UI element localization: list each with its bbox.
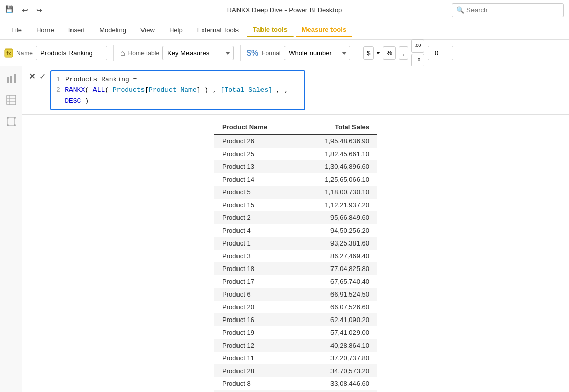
menu-item-insert[interactable]: Insert xyxy=(62,23,91,37)
formula-field: Product Name xyxy=(149,86,197,94)
cell-product-name: Product 4 xyxy=(214,224,296,237)
formula-measure-ref: [Total Sales] xyxy=(221,86,272,94)
dollar-button[interactable]: $ xyxy=(363,46,374,60)
cell-total-sales: 1,82,45,661.10 xyxy=(296,148,377,160)
cell-total-sales: 33,08,446.60 xyxy=(296,377,377,390)
col-product-name: Product Name xyxy=(214,120,296,134)
search-input[interactable] xyxy=(466,6,559,14)
cell-total-sales: 1,30,46,896.60 xyxy=(296,160,377,173)
decimal-places-input[interactable] xyxy=(428,46,453,60)
cell-product-name: Product 14 xyxy=(214,173,296,186)
cell-product-name: Product 18 xyxy=(214,262,296,275)
cell-total-sales: 86,27,469.40 xyxy=(296,250,377,262)
home-table-select[interactable]: Key Measures Products Sales xyxy=(162,46,234,60)
table-body: Product 26 1,95,48,636.90 Product 25 1,8… xyxy=(214,134,377,392)
format-icon: $% xyxy=(247,48,258,58)
redo-button[interactable]: ↪ xyxy=(34,5,45,16)
cell-product-name: Product 8 xyxy=(214,377,296,390)
measure-icon-group: fx xyxy=(4,48,13,58)
format-group: $% Format Whole number Decimal number Cu… xyxy=(247,46,350,60)
menu-item-modeling[interactable]: Modeling xyxy=(93,23,132,37)
cell-total-sales: 1,25,65,066.10 xyxy=(296,173,377,186)
app-title: RANKX Deep Dive - Power BI Desktop xyxy=(227,6,342,14)
svg-rect-2 xyxy=(7,77,9,83)
decrease-decimal-button[interactable]: -.0 xyxy=(411,54,425,67)
table-row: Product 6 66,91,524.50 xyxy=(214,288,377,301)
name-group: fx Name xyxy=(4,46,107,60)
percent-button[interactable]: % xyxy=(383,46,396,60)
menu-item-view[interactable]: View xyxy=(134,23,161,37)
cell-product-name: Product 26 xyxy=(214,134,296,148)
svg-text:fx: fx xyxy=(7,51,11,56)
formula-confirm-button[interactable]: ✓ xyxy=(39,71,46,81)
menu-item-help[interactable]: Help xyxy=(163,23,189,37)
save-icon[interactable]: 💾 xyxy=(5,5,15,15)
cell-product-name: Product 17 xyxy=(214,275,296,288)
cell-total-sales: 95,66,849.60 xyxy=(296,211,377,224)
cell-total-sales: 77,04,825.80 xyxy=(296,262,377,275)
svg-rect-5 xyxy=(7,95,16,105)
main-layout: ✕ ✓ 1 Products Ranking = 2 RANKX( ALL( P… xyxy=(0,66,569,392)
divider-3 xyxy=(357,45,357,61)
cell-product-name: Product 2 xyxy=(214,211,296,224)
table-icon xyxy=(6,94,17,106)
report-icon xyxy=(6,73,17,84)
cell-total-sales: 1,12,21,937.20 xyxy=(296,199,377,211)
table-row: Product 28 34,70,573.20 xyxy=(214,364,377,377)
sidebar-item-table[interactable] xyxy=(4,93,18,107)
currency-group: $ ▾ % , .00 -.0 xyxy=(363,39,453,67)
divider-2 xyxy=(240,45,241,61)
cell-product-name: Product 20 xyxy=(214,301,296,313)
header-row: Product Name Total Sales xyxy=(214,120,377,134)
cell-product-name: Product 19 xyxy=(214,326,296,339)
table-row: Product 21 32,07,812.60 xyxy=(214,390,377,392)
undo-button[interactable]: ↩ xyxy=(19,5,31,16)
menu-item-measure-tools[interactable]: Measure tools xyxy=(296,22,352,37)
formula-cancel-button[interactable]: ✕ xyxy=(29,71,35,81)
search-box[interactable]: 🔍 xyxy=(452,3,564,17)
table-row: Product 14 1,25,65,066.10 xyxy=(214,173,377,186)
comma-button[interactable]: , xyxy=(399,46,408,60)
cell-total-sales: 94,50,256.20 xyxy=(296,224,377,237)
table-row: Product 15 1,12,21,937.20 xyxy=(214,199,377,211)
menu-item-home[interactable]: Home xyxy=(30,23,60,37)
cell-product-name: Product 15 xyxy=(214,199,296,211)
formula-editor[interactable]: 1 Products Ranking = 2 RANKX( ALL( Produ… xyxy=(50,70,305,110)
formula-line-1: 1 Products Ranking = xyxy=(56,75,299,85)
cell-total-sales: 1,18,00,730.10 xyxy=(296,186,377,199)
increase-decimal-button[interactable]: .00 xyxy=(411,39,425,53)
cell-product-name: Product 28 xyxy=(214,364,296,377)
menu-item-table-tools[interactable]: Table tools xyxy=(247,22,294,37)
undo-redo-group: ↩ ↪ xyxy=(19,5,45,16)
table-row: Product 13 1,30,46,896.60 xyxy=(214,160,377,173)
chevron-down-icon[interactable]: ▾ xyxy=(377,50,380,56)
sidebar-item-report[interactable] xyxy=(4,71,18,86)
sidebar-item-model[interactable] xyxy=(4,114,18,129)
cell-product-name: Product 11 xyxy=(214,352,296,364)
formula-measure-name: Products Ranking = xyxy=(65,75,137,85)
cell-product-name: Product 6 xyxy=(214,288,296,301)
table-row: Product 25 1,82,45,661.10 xyxy=(214,148,377,160)
cell-product-name: Product 25 xyxy=(214,148,296,160)
format-select[interactable]: Whole number Decimal number Currency Per… xyxy=(284,46,350,60)
formula-rankx: RANKX xyxy=(65,86,85,94)
col-total-sales: Total Sales xyxy=(296,120,377,134)
table-row: Product 2 95,66,849.60 xyxy=(214,211,377,224)
formula-body: RANKX( ALL( Products[Product Name] ) , [… xyxy=(65,85,299,107)
table-row: Product 16 62,41,090.20 xyxy=(214,313,377,326)
table-row: Product 17 67,65,740.40 xyxy=(214,275,377,288)
name-input[interactable] xyxy=(36,46,107,60)
table-header: Product Name Total Sales xyxy=(214,120,377,134)
cell-total-sales: 67,65,740.40 xyxy=(296,275,377,288)
cell-product-name: Product 21 xyxy=(214,390,296,392)
table-row: Product 19 57,41,029.00 xyxy=(214,326,377,339)
model-icon xyxy=(6,116,17,127)
menu-item-file[interactable]: File xyxy=(5,23,28,37)
table-row: Product 8 33,08,446.60 xyxy=(214,377,377,390)
table-area: Product Name Total Sales Product 26 1,95… xyxy=(22,115,569,392)
cell-total-sales: 37,20,737.80 xyxy=(296,352,377,364)
cell-total-sales: 57,41,029.00 xyxy=(296,326,377,339)
titlebar-left: 💾 ↩ ↪ xyxy=(5,5,45,16)
menu-item-external-tools[interactable]: External Tools xyxy=(191,23,245,37)
toolbar: fx Name ⌂ Home table Key Measures Produc… xyxy=(0,40,569,66)
